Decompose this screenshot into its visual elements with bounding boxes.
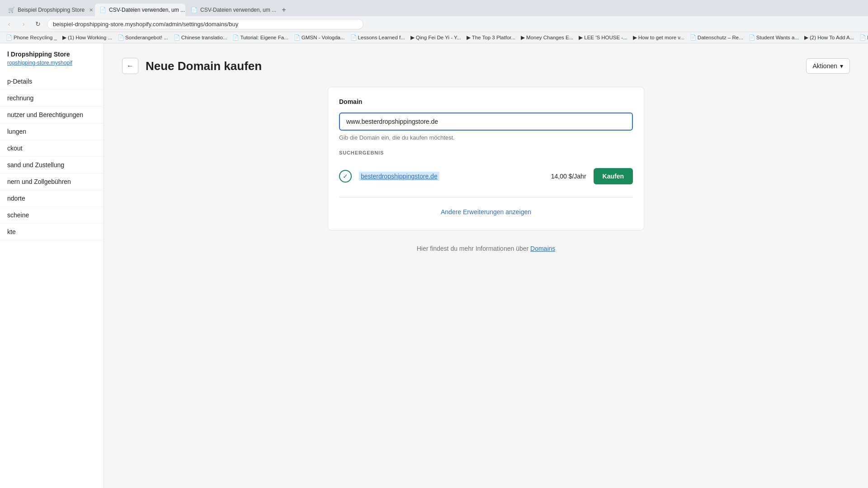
sidebar-store-url[interactable]: ropshipping-store.myshopif [0, 60, 104, 73]
bookmark-label: (2) How To Add A... [810, 35, 854, 40]
bookmark-top3[interactable]: ▶ The Top 3 Platfor... [464, 34, 518, 41]
address-bar-row: ‹ › ↻ beispiel-dropshipping-store.myshop… [0, 16, 868, 32]
bookmark-gmsn[interactable]: 📄 GMSN - Vologda... [292, 34, 347, 41]
sidebar-item-kte[interactable]: kte [0, 224, 104, 240]
tab-2-favicon: 📄 [99, 7, 106, 13]
bookmark-download[interactable]: 📄 Download - Cook... [857, 34, 868, 41]
sidebar-store-name: l Dropshipping Store [0, 51, 104, 60]
aktionen-chevron-icon: ▾ [840, 62, 843, 70]
input-hint: Gib die Domain ein, die du kaufen möchte… [339, 134, 633, 141]
bookmark-label: The Top 3 Platfor... [472, 35, 515, 40]
sidebar-item-ckout[interactable]: ckout [0, 140, 104, 157]
bookmark-tutorial[interactable]: 📄 Tutorial: Eigene Fa... [230, 34, 290, 41]
bookmark-label: Tutorial: Eigene Fa... [240, 35, 288, 40]
bookmark-icon: 📄 [6, 34, 12, 41]
bookmark-icon: ▶ [62, 34, 66, 41]
page-header: ← Neue Domain kaufen Aktionen ▾ [122, 58, 850, 74]
bookmark-icon: ▶ [467, 34, 471, 41]
domain-card: Domain Gib die Domain ein, die du kaufen… [328, 87, 644, 230]
bookmark-phone-recycling[interactable]: 📄 Phone Recycling _ [4, 34, 59, 41]
footer-text: Hier findest du mehr Informationen über [417, 245, 530, 252]
sidebar-item-lungen[interactable]: lungen [0, 123, 104, 140]
tab-bar: 🛒 Beispiel Dropshipping Store ✕ 📄 CSV-Da… [0, 0, 868, 16]
card-divider [339, 197, 633, 197]
sidebar: l Dropshipping Store ropshipping-store.m… [0, 43, 104, 488]
bookmark-label: Lessons Learned f... [358, 35, 405, 40]
back-button[interactable]: ← [122, 58, 138, 74]
browser-chrome: 🛒 Beispiel Dropshipping Store ✕ 📄 CSV-Da… [0, 0, 868, 32]
bookmark-lessons[interactable]: 📄 Lessons Learned f... [348, 34, 407, 41]
bookmark-sonderangebot[interactable]: 📄 Sonderangebot! ... [115, 34, 170, 41]
bookmark-lee[interactable]: ▶ LEE 'S HOUSE -... [576, 34, 630, 41]
tab-2[interactable]: 📄 CSV-Dateien verwenden, um ... ✕ [95, 4, 185, 16]
tab-1-favicon: 🛒 [8, 7, 15, 13]
other-extensions-link[interactable]: Andere Erweiterungen anzeigen [339, 205, 633, 219]
domain-price: 14,00 $/Jahr [551, 173, 586, 180]
sidebar-item-ndorte[interactable]: ndorte [0, 190, 104, 207]
bookmark-datenschutz[interactable]: 📄 Datenschutz – Re... [688, 34, 745, 41]
sidebar-item-rechnung[interactable]: rechnung [0, 90, 104, 107]
new-tab-button[interactable]: + [278, 4, 290, 16]
bookmark-label: Sonderangebot! ... [125, 35, 168, 40]
tab-1[interactable]: 🛒 Beispiel Dropshipping Store ✕ [4, 4, 94, 16]
address-url: beispiel-dropshipping-store.myshopify.co… [53, 21, 238, 28]
forward-nav-button[interactable]: › [18, 19, 29, 29]
bookmark-icon: 📄 [749, 34, 755, 41]
tab-1-close[interactable]: ✕ [89, 7, 93, 13]
aktionen-button[interactable]: Aktionen ▾ [806, 58, 850, 74]
bookmark-label: How to get more v... [638, 35, 684, 40]
result-domain-name[interactable]: besterdropshippingstore.de [359, 172, 439, 181]
bookmark-icon: ▶ [633, 34, 637, 41]
bookmark-student[interactable]: 📄 Student Wants a... [746, 34, 801, 41]
bookmark-more-views[interactable]: ▶ How to get more v... [631, 34, 687, 41]
bookmark-icon: ▶ [804, 34, 808, 41]
main-layout: l Dropshipping Store ropshipping-store.m… [0, 43, 868, 488]
sidebar-item-nutzer[interactable]: nutzer und Berechtigungen [0, 107, 104, 123]
bookmark-label: Chinese translatio... [181, 35, 227, 40]
tab-3[interactable]: 📄 CSV-Dateien verwenden, um ... ✕ [186, 4, 277, 16]
bookmark-label: (1) How Working ... [68, 35, 112, 40]
bookmark-money[interactable]: ▶ Money Changes E... [519, 34, 576, 41]
page-header-left: ← Neue Domain kaufen [122, 58, 262, 74]
domain-input[interactable] [339, 113, 633, 131]
available-check-icon: ✓ [339, 170, 352, 183]
sidebar-item-scheine[interactable]: scheine [0, 207, 104, 224]
search-result-label: SUCHERGEBNIS [339, 150, 633, 155]
reload-button[interactable]: ↻ [33, 19, 43, 29]
bookmark-label: GMSN - Vologda... [302, 35, 345, 40]
back-nav-button[interactable]: ‹ [4, 19, 14, 29]
content-area: ← Neue Domain kaufen Aktionen ▾ Domain G… [104, 43, 868, 488]
bookmark-icon: 📄 [690, 34, 696, 41]
page-title: Neue Domain kaufen [146, 59, 262, 73]
bookmark-label: LEE 'S HOUSE -... [584, 35, 627, 40]
bookmark-icon: 📄 [232, 34, 239, 41]
bookmark-how-working[interactable]: ▶ (1) How Working ... [60, 34, 114, 41]
tab-2-label: CSV-Dateien verwenden, um ... [109, 7, 185, 13]
bookmark-icon: 📄 [350, 34, 357, 41]
bookmark-icon: ▶ [410, 34, 415, 41]
bookmark-label: Phone Recycling _ [14, 35, 57, 40]
bookmark-icon: 📄 [174, 34, 180, 41]
bookmark-how-to-add[interactable]: ▶ (2) How To Add A... [802, 34, 856, 41]
search-result-row: ✓ besterdropshippingstore.de 14,00 $/Jah… [339, 163, 633, 190]
bookmark-label: Qing Fei De Yi - Y... [416, 35, 461, 40]
address-bar[interactable]: beispiel-dropshipping-store.myshopify.co… [47, 19, 363, 29]
bookmark-icon: ▶ [579, 34, 583, 41]
bookmark-label: Student Wants a... [756, 35, 799, 40]
tab-3-label: CSV-Dateien verwenden, um ... [200, 7, 276, 13]
bookmarks-bar: 📄 Phone Recycling _ ▶ (1) How Working ..… [0, 32, 868, 43]
kaufen-button[interactable]: Kaufen [594, 168, 633, 184]
footer-info: Hier findest du mehr Informationen über … [122, 245, 850, 252]
bookmark-chinese[interactable]: 📄 Chinese translatio... [171, 34, 230, 41]
bookmark-icon: 📄 [294, 34, 300, 41]
bookmark-label: Money Changes E... [526, 35, 573, 40]
tab-3-favicon: 📄 [191, 7, 198, 13]
bookmark-icon: ▶ [521, 34, 525, 41]
domains-link[interactable]: Domains [530, 245, 555, 252]
domain-section-title: Domain [339, 98, 633, 105]
bookmark-icon: 📄 [859, 34, 866, 41]
sidebar-item-nern[interactable]: nern und Zollgebühren [0, 174, 104, 190]
sidebar-item-p-details[interactable]: p-Details [0, 73, 104, 90]
sidebar-item-sand[interactable]: sand und Zustellung [0, 157, 104, 174]
bookmark-qing[interactable]: ▶ Qing Fei De Yi - Y... [408, 34, 463, 41]
